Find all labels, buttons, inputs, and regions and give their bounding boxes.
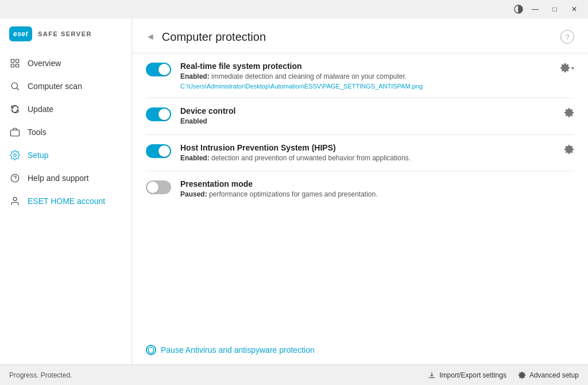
maximize-button[interactable]: □ xyxy=(546,2,564,16)
pause-antivirus-link[interactable]: Pause Antivirus and antispyware protecti… xyxy=(146,345,574,355)
protection-path-realtime: C:\Users\Administrator\Desktop\Automatio… xyxy=(180,83,551,90)
status-label-device-control: Enabled xyxy=(180,117,207,125)
status-label-presentation: Paused: xyxy=(180,190,207,198)
sidebar-item-eset-account[interactable]: ESET HOME account xyxy=(0,190,131,213)
help-button[interactable]: ? xyxy=(560,30,574,44)
sidebar-item-help-support-label: Help and support xyxy=(28,174,89,183)
protection-name-presentation: Presentation mode xyxy=(180,179,574,188)
protection-item-presentation: Presentation mode Paused: performance op… xyxy=(146,171,574,207)
minimize-button[interactable]: — xyxy=(526,2,544,16)
window-controls: — □ ✕ xyxy=(526,2,583,16)
toggle-device-control[interactable] xyxy=(146,107,171,121)
svg-point-8 xyxy=(14,154,17,157)
protection-desc-hips: Enabled: detection and prevention of unw… xyxy=(180,153,555,163)
sidebar-item-computer-scan-label: Computer scan xyxy=(28,82,82,91)
sidebar-item-setup-label: Setup xyxy=(28,151,49,160)
gear-button-device-control[interactable] xyxy=(564,107,574,118)
sidebar-item-overview-label: Overview xyxy=(28,59,61,68)
chevron-down-icon: ▾ xyxy=(571,65,574,71)
sidebar-item-overview[interactable]: Overview xyxy=(0,52,131,75)
protection-name-device-control: Device control xyxy=(180,106,555,116)
sidebar-item-tools[interactable]: Tools xyxy=(0,121,131,144)
protection-info-hips: Host Intrusion Prevention System (HIPS) … xyxy=(180,143,555,163)
gear-device-control xyxy=(564,107,574,118)
back-button[interactable]: ◄ xyxy=(146,32,155,42)
settings-icon xyxy=(9,149,21,161)
gear-realtime: ▾ xyxy=(560,63,574,73)
sidebar-item-tools-label: Tools xyxy=(28,128,47,137)
import-export-label: Import/Export settings xyxy=(439,371,506,379)
sidebar-item-help-support[interactable]: Help and support xyxy=(0,167,131,190)
protection-item-hips: Host Intrusion Prevention System (HIPS) … xyxy=(146,135,574,172)
import-export-button[interactable]: Import/Export settings xyxy=(428,371,506,379)
status-text: Progress. Protected. xyxy=(9,371,72,379)
description-presentation: performance optimizations for games and … xyxy=(209,190,378,198)
logo-text: SAFE SERVER xyxy=(38,30,92,37)
status-label-realtime: Enabled: xyxy=(180,72,210,80)
svg-rect-2 xyxy=(16,59,19,62)
protection-info-presentation: Presentation mode Paused: performance op… xyxy=(180,179,574,199)
advanced-setup-label: Advanced setup xyxy=(529,371,579,379)
close-button[interactable]: ✕ xyxy=(565,2,583,16)
sidebar-item-setup[interactable]: Setup xyxy=(0,144,131,167)
description-hips: detection and prevention of unwanted beh… xyxy=(211,154,411,162)
svg-rect-7 xyxy=(11,130,20,136)
pause-link-label: Pause Antivirus and antispyware protecti… xyxy=(161,345,315,355)
titlebar: — □ ✕ xyxy=(0,0,588,18)
svg-point-9 xyxy=(11,174,19,182)
contrast-icon[interactable] xyxy=(513,4,524,14)
status-label-hips: Enabled: xyxy=(180,154,210,162)
protection-list: Real-time file system protection Enabled… xyxy=(132,53,588,336)
sidebar-nav: Overview Computer scan Update Tools xyxy=(0,49,131,364)
shield-icon xyxy=(146,345,156,355)
svg-point-11 xyxy=(13,197,17,201)
user-icon xyxy=(9,195,21,207)
logo-badge: eset xyxy=(9,26,32,41)
gear-hips xyxy=(564,144,574,155)
gear-button-hips[interactable] xyxy=(564,144,574,155)
sidebar: eset SAFE SERVER Overview Computer scan xyxy=(0,18,132,364)
gear-button-realtime[interactable]: ▾ xyxy=(560,63,574,73)
svg-rect-1 xyxy=(11,59,14,62)
toggle-realtime[interactable] xyxy=(146,63,171,76)
protection-info-realtime: Real-time file system protection Enabled… xyxy=(180,61,551,90)
protection-item-realtime: Real-time file system protection Enabled… xyxy=(146,53,574,98)
content-header: ◄ Computer protection ? xyxy=(132,18,588,53)
protection-desc-presentation: Paused: performance optimizations for ga… xyxy=(180,190,574,199)
page-title: Computer protection xyxy=(162,30,266,44)
svg-rect-4 xyxy=(16,64,19,67)
svg-point-5 xyxy=(11,83,18,89)
refresh-icon xyxy=(9,103,21,115)
help-circle-icon xyxy=(9,172,21,184)
statusbar-right: Import/Export settings Advanced setup xyxy=(428,371,579,379)
protection-name-hips: Host Intrusion Prevention System (HIPS) xyxy=(180,143,555,152)
protection-desc-realtime: Enabled: immediate detection and cleanin… xyxy=(180,72,551,82)
briefcase-icon xyxy=(9,126,21,138)
advanced-setup-button[interactable]: Advanced setup xyxy=(518,371,579,379)
toggle-presentation[interactable] xyxy=(146,180,171,194)
title-row: ◄ Computer protection xyxy=(146,30,266,44)
search-icon xyxy=(9,80,21,92)
app-logo: eset SAFE SERVER xyxy=(0,18,131,49)
protection-desc-device-control: Enabled xyxy=(180,117,555,126)
grid-icon xyxy=(9,57,21,69)
svg-line-6 xyxy=(17,88,18,90)
protection-info-device-control: Device control Enabled xyxy=(180,106,555,126)
pause-link-wrapper: Pause Antivirus and antispyware protecti… xyxy=(132,336,588,364)
sidebar-item-computer-scan[interactable]: Computer scan xyxy=(0,75,131,98)
description-realtime: immediate detection and cleaning of malw… xyxy=(211,72,407,80)
sidebar-item-update-label: Update xyxy=(28,105,53,114)
toggle-hips[interactable] xyxy=(146,144,171,158)
sidebar-item-update[interactable]: Update xyxy=(0,98,131,121)
sidebar-item-eset-account-label: ESET HOME account xyxy=(28,197,105,206)
svg-rect-3 xyxy=(11,64,14,67)
protection-name-realtime: Real-time file system protection xyxy=(180,61,551,71)
main-content: ◄ Computer protection ? Real-time file s… xyxy=(132,18,588,364)
statusbar: Progress. Protected. Import/Export setti… xyxy=(0,364,588,385)
protection-item-device-control: Device control Enabled xyxy=(146,98,574,135)
